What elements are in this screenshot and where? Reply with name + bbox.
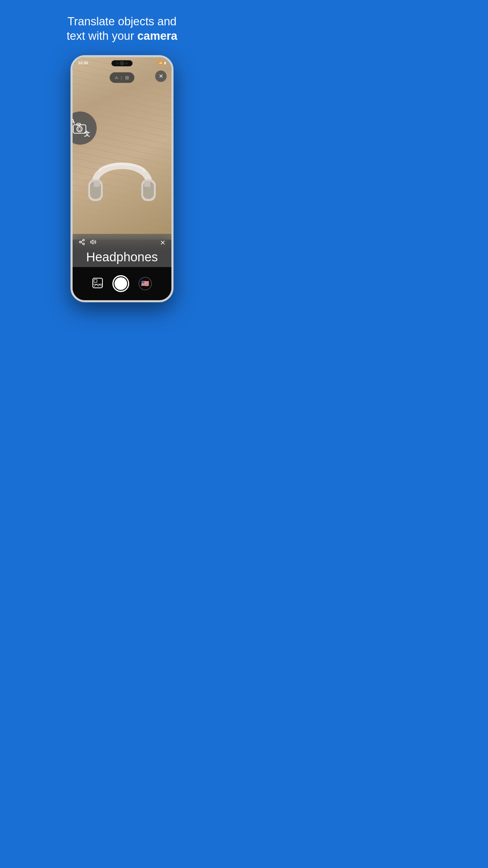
phone-screen: 12:30 📶 ▮ A | ⊞ bbox=[73, 57, 171, 300]
shutter-inner bbox=[115, 277, 127, 290]
camera-translate-inner: A 文 bbox=[73, 118, 91, 138]
svg-point-2 bbox=[78, 127, 81, 130]
gallery-button[interactable] bbox=[92, 278, 103, 290]
us-flag-emoji: 🇺🇸 bbox=[141, 280, 149, 287]
app-root: Translate objects and text with your cam… bbox=[0, 0, 244, 302]
hero-line2: text with your bbox=[67, 30, 137, 42]
front-camera-dot bbox=[121, 62, 124, 65]
result-panel-toolbar: ✕ bbox=[78, 239, 165, 247]
hero-highlight: camera bbox=[137, 30, 177, 42]
language-flag-button[interactable]: 🇺🇸 bbox=[138, 277, 152, 290]
phone-notch bbox=[111, 60, 133, 66]
headphones-image bbox=[83, 142, 161, 215]
result-panel-actions bbox=[78, 239, 97, 247]
battery-icon: ▮ bbox=[164, 61, 166, 65]
hero-text-block: Translate objects and text with your cam… bbox=[0, 0, 244, 52]
status-time: 12:30 bbox=[78, 61, 88, 65]
share-icon[interactable] bbox=[78, 239, 85, 247]
svg-rect-8 bbox=[94, 181, 100, 187]
notch-dot bbox=[116, 62, 119, 64]
svg-rect-17 bbox=[94, 279, 97, 282]
letter-zh-icon: 文 bbox=[84, 130, 90, 138]
svg-point-1 bbox=[77, 126, 82, 132]
wifi-icon: 📶 bbox=[158, 61, 163, 65]
phone-mockup: 12:30 📶 ▮ A | ⊞ bbox=[0, 55, 244, 302]
svg-marker-15 bbox=[91, 240, 93, 244]
gallery-icon bbox=[92, 278, 103, 288]
svg-line-14 bbox=[81, 241, 83, 242]
notch-dot-2 bbox=[125, 62, 128, 64]
close-icon: ✕ bbox=[159, 73, 163, 80]
speaker-icon[interactable] bbox=[90, 239, 97, 247]
status-icons: 📶 ▮ bbox=[158, 61, 166, 65]
translated-word: Headphones bbox=[78, 250, 165, 264]
translate-mode-bar[interactable]: A | ⊞ bbox=[110, 72, 134, 83]
shutter-button[interactable] bbox=[112, 275, 129, 292]
headphones-svg bbox=[83, 142, 161, 214]
hero-line1: Translate objects and bbox=[67, 15, 176, 28]
text-mode-icon: A bbox=[115, 75, 118, 80]
object-mode-icon: ⊞ bbox=[125, 75, 129, 81]
camera-controls-bar: 🇺🇸 bbox=[73, 267, 171, 300]
svg-rect-9 bbox=[144, 181, 150, 187]
svg-line-13 bbox=[81, 242, 83, 244]
phone-frame: 12:30 📶 ▮ A | ⊞ bbox=[70, 55, 173, 302]
bar-divider: | bbox=[121, 75, 122, 80]
camera-close-button[interactable]: ✕ bbox=[155, 70, 167, 82]
panel-close-button[interactable]: ✕ bbox=[160, 239, 165, 247]
